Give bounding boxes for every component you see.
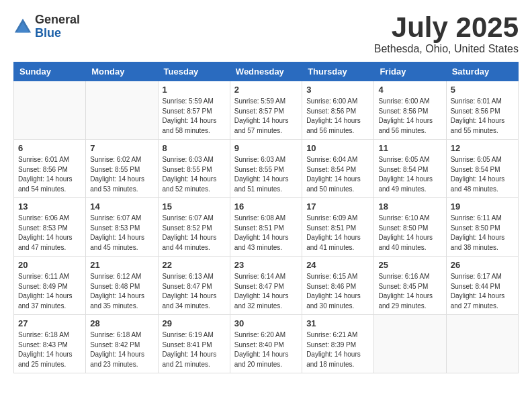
day-number: 31 [306,318,369,328]
calendar-cell: 3Sunrise: 6:00 AMSunset: 8:56 PMDaylight… [302,81,374,140]
day-info: Sunrise: 6:03 AMSunset: 8:55 PMDaylight:… [234,155,298,194]
day-info: Sunrise: 6:21 AMSunset: 8:39 PMDaylight:… [306,330,369,369]
day-number: 1 [163,85,226,95]
day-number: 3 [306,85,369,95]
calendar-cell: 28Sunrise: 6:18 AMSunset: 8:42 PMDayligh… [86,315,158,373]
logo: General Blue [13,13,80,40]
month-title: July 2025 [374,13,519,42]
logo-blue: Blue [35,27,80,40]
calendar-cell: 13Sunrise: 6:06 AMSunset: 8:53 PMDayligh… [14,198,86,257]
logo-general: General [35,13,80,27]
column-header-wednesday: Wednesday [230,62,302,81]
day-info: Sunrise: 6:00 AMSunset: 8:56 PMDaylight:… [306,97,369,136]
column-header-saturday: Saturday [446,62,518,81]
day-info: Sunrise: 6:05 AMSunset: 8:54 PMDaylight:… [378,155,441,194]
day-number: 8 [163,143,226,153]
day-number: 16 [234,201,298,212]
location: Bethesda, Ohio, United States [374,43,519,55]
day-info: Sunrise: 6:10 AMSunset: 8:50 PMDaylight:… [378,214,441,253]
calendar-cell: 6Sunrise: 6:01 AMSunset: 8:56 PMDaylight… [14,140,86,198]
day-number: 18 [378,201,441,212]
logo-icon [13,17,32,36]
day-info: Sunrise: 6:18 AMSunset: 8:42 PMDaylight:… [90,330,153,369]
calendar-cell [446,315,518,373]
day-number: 29 [163,318,226,328]
day-info: Sunrise: 6:18 AMSunset: 8:43 PMDaylight:… [18,330,81,369]
day-number: 7 [90,143,153,153]
calendar-cell: 21Sunrise: 6:12 AMSunset: 8:48 PMDayligh… [86,257,158,315]
day-info: Sunrise: 6:03 AMSunset: 8:55 PMDaylight:… [163,155,226,194]
day-info: Sunrise: 6:15 AMSunset: 8:46 PMDaylight:… [306,272,369,311]
day-number: 26 [451,260,514,270]
day-number: 13 [18,201,81,212]
day-number: 11 [378,143,441,153]
day-number: 5 [451,85,514,95]
day-number: 14 [90,201,153,212]
day-number: 15 [163,201,226,212]
day-number: 17 [306,201,369,212]
day-info: Sunrise: 6:12 AMSunset: 8:48 PMDaylight:… [90,272,153,311]
calendar-header-row: SundayMondayTuesdayWednesdayThursdayFrid… [14,62,519,81]
calendar-cell: 30Sunrise: 6:20 AMSunset: 8:40 PMDayligh… [230,315,302,373]
day-info: Sunrise: 5:59 AMSunset: 8:57 PMDaylight:… [163,97,226,136]
day-number: 28 [90,318,153,328]
day-number: 6 [18,143,81,153]
day-info: Sunrise: 6:11 AMSunset: 8:49 PMDaylight:… [18,272,81,311]
day-info: Sunrise: 6:05 AMSunset: 8:54 PMDaylight:… [451,155,514,194]
day-number: 12 [451,143,514,153]
calendar-cell: 25Sunrise: 6:16 AMSunset: 8:45 PMDayligh… [374,257,446,315]
day-number: 9 [234,143,298,153]
calendar-cell: 12Sunrise: 6:05 AMSunset: 8:54 PMDayligh… [446,140,518,198]
day-number: 20 [18,260,81,270]
day-info: Sunrise: 6:14 AMSunset: 8:47 PMDaylight:… [234,272,298,311]
calendar-cell [374,315,446,373]
day-info: Sunrise: 6:13 AMSunset: 8:47 PMDaylight:… [163,272,226,311]
calendar-cell [86,81,158,140]
day-info: Sunrise: 6:16 AMSunset: 8:45 PMDaylight:… [378,272,441,311]
day-number: 10 [306,143,369,153]
calendar-week-row: 20Sunrise: 6:11 AMSunset: 8:49 PMDayligh… [14,257,519,315]
day-number: 2 [234,85,298,95]
calendar-cell: 4Sunrise: 6:00 AMSunset: 8:56 PMDaylight… [374,81,446,140]
calendar-week-row: 27Sunrise: 6:18 AMSunset: 8:43 PMDayligh… [14,315,519,373]
calendar-cell: 19Sunrise: 6:11 AMSunset: 8:50 PMDayligh… [446,198,518,257]
calendar-cell: 26Sunrise: 6:17 AMSunset: 8:44 PMDayligh… [446,257,518,315]
calendar-cell: 15Sunrise: 6:07 AMSunset: 8:52 PMDayligh… [158,198,230,257]
calendar-cell: 10Sunrise: 6:04 AMSunset: 8:54 PMDayligh… [302,140,374,198]
day-info: Sunrise: 5:59 AMSunset: 8:57 PMDaylight:… [234,97,298,136]
day-info: Sunrise: 6:00 AMSunset: 8:56 PMDaylight:… [378,97,441,136]
calendar-cell: 27Sunrise: 6:18 AMSunset: 8:43 PMDayligh… [14,315,86,373]
day-info: Sunrise: 6:19 AMSunset: 8:41 PMDaylight:… [163,330,226,369]
day-info: Sunrise: 6:07 AMSunset: 8:52 PMDaylight:… [163,214,226,253]
day-number: 4 [378,85,441,95]
calendar-cell: 24Sunrise: 6:15 AMSunset: 8:46 PMDayligh… [302,257,374,315]
calendar-cell: 9Sunrise: 6:03 AMSunset: 8:55 PMDaylight… [230,140,302,198]
day-info: Sunrise: 6:04 AMSunset: 8:54 PMDaylight:… [306,155,369,194]
day-number: 24 [306,260,369,270]
calendar-cell: 11Sunrise: 6:05 AMSunset: 8:54 PMDayligh… [374,140,446,198]
calendar-cell: 23Sunrise: 6:14 AMSunset: 8:47 PMDayligh… [230,257,302,315]
calendar-cell: 20Sunrise: 6:11 AMSunset: 8:49 PMDayligh… [14,257,86,315]
calendar-week-row: 6Sunrise: 6:01 AMSunset: 8:56 PMDaylight… [14,140,519,198]
column-header-thursday: Thursday [302,62,374,81]
column-header-sunday: Sunday [14,62,86,81]
calendar-cell: 7Sunrise: 6:02 AMSunset: 8:55 PMDaylight… [86,140,158,198]
calendar-cell: 22Sunrise: 6:13 AMSunset: 8:47 PMDayligh… [158,257,230,315]
logo-text: General Blue [35,13,80,40]
day-number: 30 [234,318,298,328]
calendar-cell: 5Sunrise: 6:01 AMSunset: 8:56 PMDaylight… [446,81,518,140]
calendar-table: SundayMondayTuesdayWednesdayThursdayFrid… [13,62,519,373]
day-info: Sunrise: 6:17 AMSunset: 8:44 PMDaylight:… [451,272,514,311]
day-number: 23 [234,260,298,270]
day-info: Sunrise: 6:06 AMSunset: 8:53 PMDaylight:… [18,214,81,253]
calendar-cell: 31Sunrise: 6:21 AMSunset: 8:39 PMDayligh… [302,315,374,373]
calendar-cell: 17Sunrise: 6:09 AMSunset: 8:51 PMDayligh… [302,198,374,257]
day-info: Sunrise: 6:09 AMSunset: 8:51 PMDaylight:… [306,214,369,253]
calendar-week-row: 1Sunrise: 5:59 AMSunset: 8:57 PMDaylight… [14,81,519,140]
calendar-cell: 8Sunrise: 6:03 AMSunset: 8:55 PMDaylight… [158,140,230,198]
calendar-cell: 18Sunrise: 6:10 AMSunset: 8:50 PMDayligh… [374,198,446,257]
column-header-friday: Friday [374,62,446,81]
day-number: 22 [163,260,226,270]
calendar-cell: 16Sunrise: 6:08 AMSunset: 8:51 PMDayligh… [230,198,302,257]
day-number: 19 [451,201,514,212]
